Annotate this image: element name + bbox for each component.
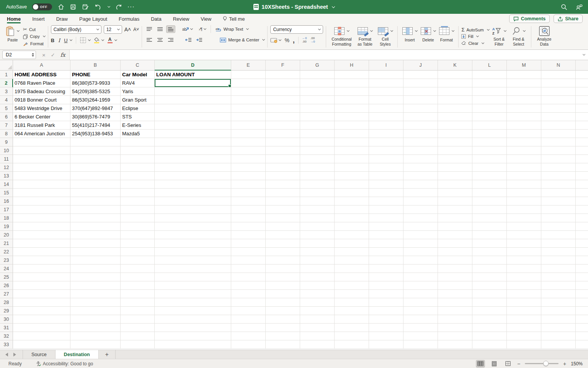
cell-C17[interactable] [121, 205, 155, 214]
font-color-button[interactable]: A [108, 37, 113, 43]
cell-L27[interactable] [472, 290, 507, 298]
column-header-L[interactable]: L [472, 60, 507, 71]
column-header-N[interactable]: N [541, 60, 576, 71]
text-direction-button[interactable]: ›¶ [199, 27, 206, 31]
cell-H23[interactable] [335, 256, 369, 264]
cell-B1[interactable]: PHONE [70, 71, 121, 79]
cell-E23[interactable] [231, 256, 266, 264]
save-as-icon[interactable] [82, 3, 89, 10]
cell-K19[interactable] [438, 222, 472, 231]
cell-D6[interactable] [155, 113, 231, 121]
cell-L20[interactable] [472, 231, 507, 239]
column-header-E[interactable]: E [231, 60, 266, 71]
cell-N15[interactable] [541, 189, 576, 197]
number-format-select[interactable]: Currency [270, 25, 323, 34]
cell-M24[interactable] [507, 264, 541, 273]
cell-B18[interactable] [70, 214, 121, 222]
cell-M18[interactable] [507, 214, 541, 222]
cell-I21[interactable] [369, 239, 403, 248]
copy-button[interactable]: Copy [23, 33, 45, 40]
cell-K32[interactable] [438, 332, 472, 340]
column-header-C[interactable]: C [121, 60, 155, 71]
cell-B9[interactable] [70, 138, 121, 146]
row-header-5[interactable]: 5 [0, 104, 13, 113]
cell-G13[interactable] [300, 172, 335, 180]
cell-F2[interactable] [266, 79, 300, 87]
row-header-6[interactable]: 6 [0, 113, 13, 121]
cell-J6[interactable] [403, 113, 438, 121]
cell-D1[interactable]: LOAN AMOUNT [155, 71, 231, 79]
cell-N17[interactable] [541, 205, 576, 214]
cell-J1[interactable] [403, 71, 438, 79]
paste-chevron-icon[interactable] [17, 29, 20, 32]
cell-D31[interactable] [155, 324, 231, 332]
cell-C1[interactable]: Car Model [121, 71, 155, 79]
cell-I14[interactable] [369, 180, 403, 189]
cell-K1[interactable] [438, 71, 472, 79]
row-header-10[interactable]: 10 [0, 146, 13, 155]
undo-chevron-icon[interactable] [108, 5, 110, 8]
cell-I23[interactable] [369, 256, 403, 264]
cell-N11[interactable] [541, 155, 576, 163]
cell-A8[interactable]: 064 American Junction [13, 130, 70, 138]
cell-E20[interactable] [231, 231, 266, 239]
align-center-button[interactable] [155, 36, 165, 44]
cell-E6[interactable] [231, 113, 266, 121]
cell-B17[interactable] [70, 205, 121, 214]
cell-F32[interactable] [266, 332, 300, 340]
cell-D3[interactable] [155, 87, 231, 96]
page-layout-view-button[interactable] [490, 360, 499, 368]
cell-C32[interactable] [121, 332, 155, 340]
cell-K7[interactable] [438, 121, 472, 130]
cell-B21[interactable] [70, 239, 121, 248]
cell-G19[interactable] [300, 222, 335, 231]
cell-I13[interactable] [369, 172, 403, 180]
cell-F10[interactable] [266, 146, 300, 155]
tab-review[interactable]: Review [173, 14, 189, 24]
cell-F8[interactable] [266, 130, 300, 138]
cell-D22[interactable] [155, 248, 231, 256]
cell-D27[interactable] [155, 290, 231, 298]
cell-M10[interactable] [507, 146, 541, 155]
cell-J30[interactable] [403, 315, 438, 324]
row-header-23[interactable]: 23 [0, 256, 13, 264]
cell-D12[interactable] [155, 163, 231, 172]
cell-N16[interactable] [541, 197, 576, 205]
cut-button[interactable]: ✂ Cut [23, 26, 45, 33]
cell-D19[interactable] [155, 222, 231, 231]
cell-I22[interactable] [369, 248, 403, 256]
cell-I5[interactable] [369, 104, 403, 113]
row-header-7[interactable]: 7 [0, 121, 13, 130]
cell-M6[interactable] [507, 113, 541, 121]
cell-K30[interactable] [438, 315, 472, 324]
cell-F7[interactable] [266, 121, 300, 130]
row-header-11[interactable]: 11 [0, 155, 13, 163]
cell-L8[interactable] [472, 130, 507, 138]
cell-K33[interactable] [438, 340, 472, 349]
cell-G20[interactable] [300, 231, 335, 239]
cell-M3[interactable] [507, 87, 541, 96]
cell-J4[interactable] [403, 96, 438, 104]
tab-insert[interactable]: Insert [32, 14, 45, 24]
cell-E3[interactable] [231, 87, 266, 96]
cell-B31[interactable] [70, 324, 121, 332]
cell-A7[interactable]: 3181 Russell Park [13, 121, 70, 130]
cell-A21[interactable] [13, 239, 70, 248]
cell-K18[interactable] [438, 214, 472, 222]
cell-A23[interactable] [13, 256, 70, 264]
cell-J2[interactable] [403, 79, 438, 87]
increase-decimal-button[interactable]: ←0.00 [302, 37, 307, 44]
cell-B5[interactable]: 370(647)892-9847 [70, 104, 121, 113]
cell-N10[interactable] [541, 146, 576, 155]
align-right-button[interactable] [166, 36, 175, 44]
save-icon[interactable] [70, 3, 77, 10]
accessibility-status[interactable]: Accessibility: Good to go [43, 361, 93, 366]
cell-D4[interactable] [155, 96, 231, 104]
cell-G3[interactable] [300, 87, 335, 96]
cell-F26[interactable] [266, 281, 300, 290]
cell-I19[interactable] [369, 222, 403, 231]
cell-C2[interactable]: RAV4 [121, 79, 155, 87]
row-header-16[interactable]: 16 [0, 197, 13, 205]
cell-A22[interactable] [13, 248, 70, 256]
cell-J18[interactable] [403, 214, 438, 222]
